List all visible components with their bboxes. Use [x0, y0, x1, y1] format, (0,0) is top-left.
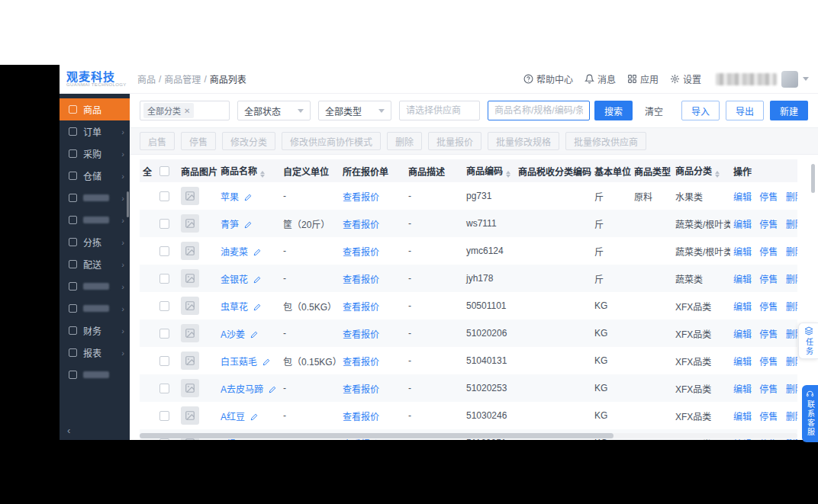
status-select[interactable]: 全部状态: [237, 101, 311, 120]
sidebar-item-redacted-5[interactable]: ›: [60, 364, 130, 386]
delete-link[interactable]: 删除: [786, 412, 797, 422]
batch-action-button[interactable]: 删除: [387, 132, 422, 150]
batch-action-button[interactable]: 停售: [181, 132, 216, 150]
product-name-link[interactable]: A去皮马蹄: [221, 384, 263, 395]
row-checkbox[interactable]: [159, 329, 169, 339]
delete-link[interactable]: 删除: [786, 329, 797, 340]
view-quote-link[interactable]: 查看报价: [343, 439, 379, 441]
row-checkbox[interactable]: [159, 246, 169, 256]
stop-sale-link[interactable]: 停售: [759, 357, 778, 368]
delete-link[interactable]: 删除: [786, 439, 797, 441]
row-checkbox[interactable]: [159, 274, 169, 284]
help-center-button[interactable]: 帮助中心: [523, 72, 573, 85]
edit-pencil-icon[interactable]: [253, 276, 261, 284]
export-button[interactable]: 导出: [726, 101, 764, 120]
apps-button[interactable]: 应用: [627, 72, 659, 85]
edit-link[interactable]: 编辑: [733, 192, 752, 203]
sort-icon[interactable]: [715, 171, 720, 178]
stop-sale-link[interactable]: 停售: [759, 412, 778, 422]
sidebar-item-redacted-2[interactable]: ›: [60, 209, 130, 231]
view-quote-link[interactable]: 查看报价: [343, 302, 379, 313]
create-button[interactable]: 新建: [770, 101, 808, 120]
row-checkbox[interactable]: [159, 384, 169, 393]
edit-link[interactable]: 编辑: [733, 357, 752, 368]
delete-link[interactable]: 删除: [786, 384, 797, 395]
delete-link[interactable]: 删除: [786, 247, 797, 258]
sidebar-item-redacted-4[interactable]: ›: [60, 297, 130, 319]
edit-pencil-icon[interactable]: [250, 331, 258, 339]
view-quote-link[interactable]: 查看报价: [343, 247, 379, 258]
edit-pencil-icon[interactable]: [253, 249, 261, 256]
delete-link[interactable]: 删除: [786, 302, 797, 313]
search-button[interactable]: 搜索: [594, 101, 633, 120]
delete-link[interactable]: 删除: [786, 274, 797, 285]
sort-icon[interactable]: [260, 171, 265, 178]
product-name-link[interactable]: A沙姜: [221, 329, 245, 340]
product-name-link[interactable]: 青笋: [221, 220, 239, 230]
edit-pencil-icon[interactable]: [244, 194, 252, 201]
edit-link[interactable]: 编辑: [733, 384, 752, 395]
sidebar-item-reports[interactable]: 报表 ›: [60, 342, 130, 364]
product-name-link[interactable]: 苹果: [221, 192, 239, 203]
edit-link[interactable]: 编辑: [733, 247, 752, 258]
supplier-input[interactable]: [399, 101, 480, 120]
edit-link[interactable]: 编辑: [733, 274, 752, 285]
row-checkbox[interactable]: [159, 356, 169, 366]
product-name-link[interactable]: 白玉菇毛: [221, 357, 257, 368]
edit-pencil-icon[interactable]: [269, 386, 276, 393]
category-multiselect[interactable]: 全部分类 ✕: [140, 101, 230, 120]
view-quote-link[interactable]: 查看报价: [343, 412, 379, 422]
sidebar-item-orders[interactable]: 订单 ›: [60, 120, 130, 143]
row-checkbox[interactable]: [159, 219, 169, 229]
task-float-button[interactable]: 任务: [798, 323, 818, 359]
product-name-link[interactable]: A绿豆: [221, 439, 245, 441]
edit-link[interactable]: 编辑: [733, 439, 752, 441]
messages-button[interactable]: 消息: [585, 72, 616, 85]
stop-sale-link[interactable]: 停售: [759, 302, 778, 313]
sidebar-item-purchase[interactable]: 采购 ›: [60, 143, 130, 165]
keyword-search-input[interactable]: [488, 101, 590, 120]
type-select[interactable]: 全部类型: [318, 101, 391, 120]
batch-action-button[interactable]: 批量修改规格: [488, 132, 559, 150]
edit-pencil-icon[interactable]: [253, 303, 261, 311]
stop-sale-link[interactable]: 停售: [759, 274, 778, 285]
sidebar-item-finance[interactable]: 财务 ›: [60, 319, 130, 342]
delete-link[interactable]: 删除: [786, 220, 797, 230]
sidebar-item-redacted-1[interactable]: ›: [60, 187, 130, 209]
sidebar-item-sorting[interactable]: 分拣 ›: [60, 231, 130, 253]
horizontal-scrollbar[interactable]: [140, 433, 797, 438]
sidebar-scrollbar[interactable]: [127, 191, 129, 217]
stop-sale-link[interactable]: 停售: [759, 384, 778, 395]
product-name-link[interactable]: 油麦菜: [221, 247, 248, 258]
sort-icon[interactable]: [506, 171, 510, 178]
category-tag[interactable]: 全部分类 ✕: [143, 103, 194, 118]
edit-link[interactable]: 编辑: [733, 220, 752, 230]
edit-link[interactable]: 编辑: [733, 302, 752, 313]
sidebar-item-redacted-3[interactable]: ›: [60, 275, 130, 297]
edit-pencil-icon[interactable]: [244, 221, 252, 229]
col-category[interactable]: 商品分类: [672, 159, 730, 182]
product-name-link[interactable]: A红豆: [221, 412, 245, 422]
col-code[interactable]: 商品编码: [463, 159, 515, 182]
contact-support-button[interactable]: 联系客服: [802, 385, 818, 442]
product-name-link[interactable]: 金银花: [221, 274, 248, 285]
batch-action-button[interactable]: 批量修改供应商: [565, 132, 646, 150]
clear-filters-button[interactable]: 清空: [645, 104, 663, 117]
delete-link[interactable]: 删除: [786, 192, 797, 203]
row-checkbox[interactable]: [159, 438, 169, 440]
view-quote-link[interactable]: 查看报价: [343, 220, 379, 230]
sidebar-item-products[interactable]: 商品 ›: [60, 98, 130, 120]
sidebar-item-warehouse[interactable]: 仓储 ›: [60, 165, 130, 187]
edit-link[interactable]: 编辑: [733, 412, 752, 422]
stop-sale-link[interactable]: 停售: [759, 220, 778, 230]
breadcrumb-item[interactable]: 商品管理: [164, 72, 201, 85]
batch-action-button[interactable]: 修改分类: [222, 132, 275, 150]
view-quote-link[interactable]: 查看报价: [343, 192, 379, 203]
batch-action-button[interactable]: 批量报价: [428, 132, 481, 150]
view-quote-link[interactable]: 查看报价: [343, 329, 379, 340]
remove-tag-icon[interactable]: ✕: [184, 107, 190, 115]
col-name[interactable]: 商品名称: [217, 159, 280, 182]
view-quote-link[interactable]: 查看报价: [343, 357, 379, 368]
view-quote-link[interactable]: 查看报价: [343, 384, 379, 395]
product-name-link[interactable]: 虫草花: [221, 302, 248, 313]
